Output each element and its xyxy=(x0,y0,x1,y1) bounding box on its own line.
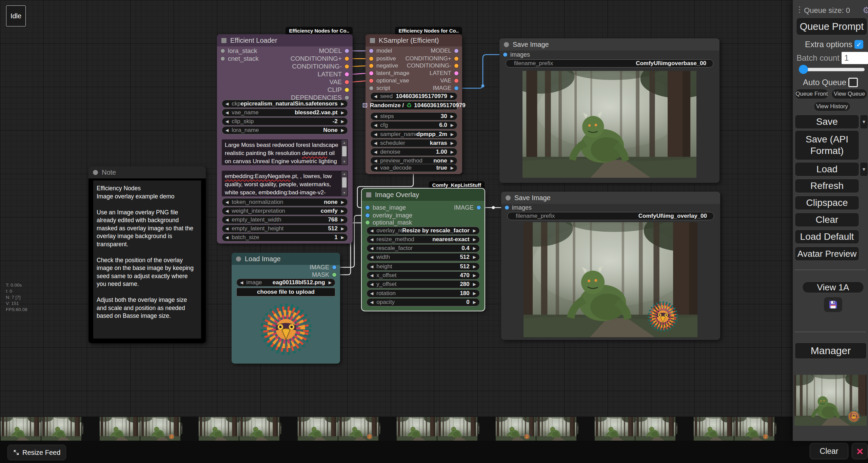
increment-icon[interactable]: ▶ xyxy=(473,291,476,295)
decrement-icon[interactable]: ◀ xyxy=(225,102,229,106)
widget-cfg[interactable]: ◀cfg6.0▶ xyxy=(370,121,457,129)
close-feed-button[interactable]: × xyxy=(852,443,868,459)
load-dropdown-icon[interactable]: ▼ xyxy=(860,162,868,176)
clear-feed-button[interactable]: Clear xyxy=(810,443,848,459)
widget-vae-name[interactable]: ◀vae_nameblessed2.vae.pt▶ xyxy=(222,109,348,117)
increment-icon[interactable]: ▶ xyxy=(473,282,476,286)
gear-icon[interactable]: ⚙ xyxy=(863,5,868,16)
feed-thumbnail[interactable] xyxy=(280,417,297,441)
scroll-down-icon[interactable]: ▼ xyxy=(341,159,347,164)
output-slot-image[interactable]: IMAGE xyxy=(433,84,458,92)
slot-dot[interactable] xyxy=(369,57,373,61)
save-dropdown-icon[interactable]: ▼ xyxy=(860,115,868,129)
feed-thumbnail[interactable] xyxy=(140,417,180,441)
input-slot-optional-mask[interactable]: optional_mask xyxy=(366,219,412,226)
slot-dot[interactable] xyxy=(332,273,336,277)
node-image-overlay[interactable]: Image Overlay base_image overlay_image o… xyxy=(362,189,485,311)
feed-thumbnail[interactable] xyxy=(676,417,693,441)
decrement-icon[interactable]: ◀ xyxy=(374,166,377,170)
increment-icon[interactable]: ▶ xyxy=(451,114,454,118)
increment-icon[interactable]: ▶ xyxy=(451,94,454,98)
decrement-icon[interactable]: ◀ xyxy=(370,255,373,259)
scrollbar-thumb[interactable] xyxy=(342,177,347,188)
feed-thumbnail[interactable] xyxy=(635,417,675,441)
decrement-icon[interactable]: ◀ xyxy=(225,200,229,204)
increment-icon[interactable]: ▶ xyxy=(451,166,454,170)
input-slot-images[interactable]: images xyxy=(503,51,530,58)
output-slot-conditioning-plus[interactable]: CONDITIONING+ xyxy=(291,55,349,62)
note-node-header[interactable]: Note xyxy=(88,166,206,178)
feed-thumbnail[interactable] xyxy=(496,417,536,441)
increment-icon[interactable]: ▶ xyxy=(451,123,454,127)
queue-front-button[interactable]: Queue Front xyxy=(795,89,829,99)
decrement-icon[interactable]: ◀ xyxy=(374,123,377,127)
widget-vae-decode[interactable]: ◀vae_decodetrue▶ xyxy=(370,164,457,172)
save-workflow-shortcut[interactable] xyxy=(824,297,842,312)
widget-opacity[interactable]: ◀opacity0▶ xyxy=(367,298,480,306)
load-button[interactable]: Load xyxy=(795,162,859,176)
slot-dot[interactable] xyxy=(366,206,370,210)
increment-icon[interactable]: ▶ xyxy=(341,227,344,231)
avatar-preview-thumbnail[interactable] xyxy=(794,375,867,426)
widget-lora-name[interactable]: ◀lora_nameNone▶ xyxy=(222,126,348,134)
output-slot-vae[interactable]: VAE xyxy=(440,77,458,84)
widget-sampler-name[interactable]: ◀sampler_namedpmpp_2m▶ xyxy=(370,130,457,138)
scroll-down-icon[interactable]: ▼ xyxy=(341,191,347,195)
input-slot-base-image[interactable]: base_image xyxy=(366,204,406,211)
generated-image-preview[interactable] xyxy=(524,222,697,337)
increment-icon[interactable]: ▶ xyxy=(329,281,332,285)
decrement-icon[interactable]: ◀ xyxy=(225,218,229,222)
scroll-up-icon[interactable]: ▲ xyxy=(341,172,347,176)
widget-scheduler[interactable]: ◀schedulerkarras▶ xyxy=(370,139,457,147)
feed-thumbnail[interactable] xyxy=(1,417,41,441)
output-slot-mask[interactable]: MASK xyxy=(312,271,336,278)
increment-icon[interactable]: ▶ xyxy=(473,273,476,277)
feed-thumbnail[interactable] xyxy=(577,417,594,441)
increment-icon[interactable]: ▶ xyxy=(473,246,476,250)
widget-y-offset[interactable]: ◀y_offset280▶ xyxy=(367,280,480,288)
decrement-icon[interactable]: ◀ xyxy=(225,235,229,239)
save-button[interactable]: Save xyxy=(795,115,859,129)
slot-dot[interactable] xyxy=(366,220,370,225)
widget-seed[interactable]: ◀seed1046036195170979▶ xyxy=(370,92,457,100)
node-header[interactable]: Save Image xyxy=(501,192,720,204)
widget-resize-method[interactable]: ◀resize_methodnearest-exact▶ xyxy=(367,235,480,244)
widget-width[interactable]: ◀width512▶ xyxy=(367,253,480,261)
increment-icon[interactable]: ▶ xyxy=(451,132,454,136)
slot-dot[interactable] xyxy=(345,64,349,69)
node-efficient-loader[interactable]: Efficient Loader lora_stack cnet_stack M… xyxy=(217,34,353,244)
feed-thumbnail[interactable] xyxy=(397,417,437,441)
slot-dot[interactable] xyxy=(366,213,370,217)
decrement-icon[interactable]: ◀ xyxy=(370,291,373,295)
widget-token-normalization[interactable]: ◀token_normalizationnone▶ xyxy=(222,198,348,206)
widget-empty-latent-height[interactable]: ◀empty_latent_height512▶ xyxy=(222,225,348,233)
feed-thumbnail[interactable] xyxy=(595,417,635,441)
decrement-icon[interactable]: ◀ xyxy=(374,94,377,98)
scroll-up-icon[interactable]: ▲ xyxy=(341,140,347,145)
slot-dot[interactable] xyxy=(454,71,458,75)
increment-icon[interactable]: ▶ xyxy=(341,102,344,106)
slot-dot[interactable] xyxy=(454,64,458,68)
queue-prompt-button[interactable]: Queue Prompt xyxy=(796,18,867,35)
generated-image-preview[interactable] xyxy=(522,71,696,178)
node-ksampler-efficient[interactable]: KSampler (Efficient) model positive nega… xyxy=(366,34,462,174)
decrement-icon[interactable]: ◀ xyxy=(225,128,229,132)
input-slot-model[interactable]: model xyxy=(369,47,392,55)
input-slot-script[interactable]: script xyxy=(369,84,390,92)
feed-thumbnail[interactable] xyxy=(239,417,279,441)
node-header[interactable]: Load Image xyxy=(232,253,340,265)
slot-dot[interactable] xyxy=(369,64,373,68)
input-slot-images[interactable]: images xyxy=(505,204,532,211)
input-slot-cnet-stack[interactable]: cnet_stack xyxy=(221,55,259,62)
node-load-image[interactable]: Load Image IMAGE MASK ◀imageeag00118bl51… xyxy=(232,253,340,364)
increment-icon[interactable]: ▶ xyxy=(451,141,454,145)
slot-dot[interactable] xyxy=(221,49,225,53)
output-slot-model[interactable]: MODEL xyxy=(319,47,349,55)
decrement-icon[interactable]: ◀ xyxy=(374,150,377,154)
output-slot-latent[interactable]: LATENT xyxy=(318,71,349,78)
decrement-icon[interactable]: ◀ xyxy=(374,114,377,118)
widget-x-offset[interactable]: ◀x_offset470▶ xyxy=(367,271,480,279)
manager-button[interactable]: Manager xyxy=(795,343,867,359)
avatar-preview-button[interactable]: Avatar Preview xyxy=(795,247,859,261)
view-queue-button[interactable]: View Queue xyxy=(831,89,867,99)
